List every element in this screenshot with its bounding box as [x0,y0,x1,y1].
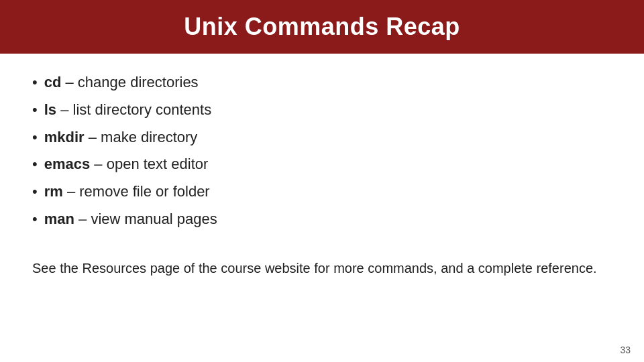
list-item: •emacs – open text editor [32,154,612,175]
bullet-dot: • [32,127,38,148]
list-item: •rm – remove file or folder [32,182,612,202]
list-item: •man – view manual pages [32,209,612,230]
list-item: •cd – change directories [32,72,612,93]
list-item: •ls – list directory contents [32,100,612,121]
footer-text: See the Resources page of the course web… [32,258,612,278]
bullet-text: emacs – open text editor [44,154,209,175]
bullet-text: cd – change directories [44,72,199,93]
slide-title: Unix Commands Recap [184,13,460,41]
list-item: •mkdir – make directory [32,127,612,148]
bullet-text: rm – remove file or folder [44,182,210,202]
bullet-text: mkdir – make directory [44,127,198,148]
bullet-list: •cd – change directories•ls – list direc… [32,72,612,237]
slide-header: Unix Commands Recap [0,0,644,54]
bullet-dot: • [32,100,38,121]
bullet-dot: • [32,72,38,93]
slide-number: 33 [620,345,631,355]
bullet-dot: • [32,209,38,230]
bullet-dot: • [32,182,38,202]
slide: Unix Commands Recap •cd – change directo… [0,0,644,362]
bullet-text: ls – list directory contents [44,100,211,121]
slide-content: •cd – change directories•ls – list direc… [0,54,644,362]
bullet-text: man – view manual pages [44,209,217,230]
bullet-dot: • [32,154,38,175]
